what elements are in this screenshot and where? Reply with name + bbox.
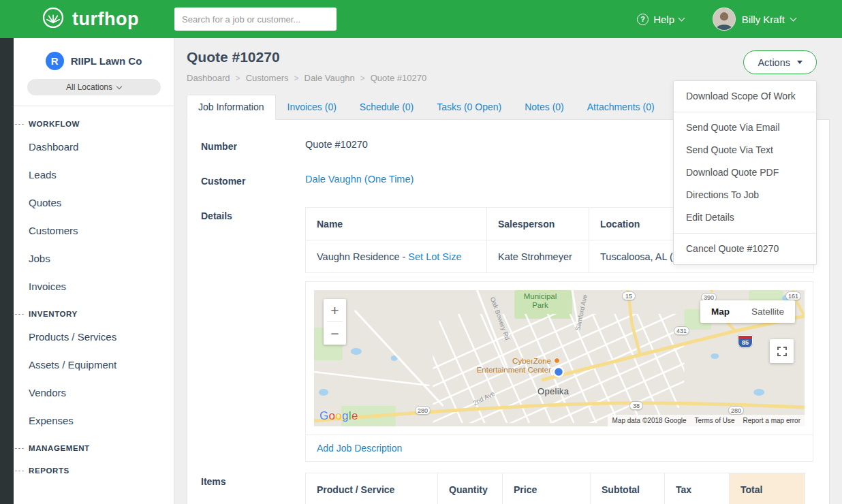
avatar [713, 7, 736, 31]
section-label: WORKFLOW [29, 120, 80, 128]
add-job-description-link[interactable]: Add Job Description [317, 443, 402, 454]
menu-item-download-quote-pdf[interactable]: Download Quote PDF [674, 161, 816, 184]
caret-down-icon [797, 61, 802, 64]
tree-dash-icon [15, 124, 24, 125]
details-cell-salesperson: Kate Strohmeyer [487, 240, 589, 273]
sidebar: R RIIPL Lawn Co All Locations WORKFLOW D… [0, 38, 174, 504]
chevron-down-icon [679, 14, 685, 21]
user-menu[interactable]: Billy Kraft [713, 0, 796, 38]
sidebar-section-management[interactable]: MANAGEMENT [14, 435, 174, 457]
items-header-tax: Tax [665, 473, 730, 504]
brand-name: turfhop [72, 9, 139, 30]
help-menu[interactable]: ? Help [637, 0, 684, 38]
breadcrumb-separator: > [236, 74, 240, 83]
satellite-view-button[interactable]: Satellite [740, 300, 795, 323]
tab-attachments[interactable]: Attachments (0) [576, 95, 666, 120]
menu-divider [674, 112, 816, 112]
customer-type-link[interactable]: (One Time) [364, 174, 414, 185]
menu-item-download-scope-of-work[interactable]: Download Scope Of Work [674, 85, 816, 108]
items-table: Product / Service Quantity Price Subtota… [305, 473, 805, 504]
items-header-quantity: Quantity [438, 473, 503, 504]
route-shield-280: 280 [728, 406, 744, 415]
sidebar-item-products-services[interactable]: Products / Services [14, 323, 174, 351]
route-shield-280: 280 [415, 406, 431, 415]
chevron-down-icon [790, 14, 797, 21]
breadcrumb-dashboard[interactable]: Dashboard [187, 73, 230, 83]
details-header-salesperson: Salesperson [487, 208, 589, 240]
breadcrumb-customers[interactable]: Customers [246, 73, 289, 83]
tab-job-information[interactable]: Job Information [187, 95, 276, 120]
tree-dash-icon [15, 448, 24, 449]
menu-item-send-quote-via-email[interactable]: Send Quote Via Email [674, 116, 816, 139]
route-shield-161: 161 [785, 292, 801, 300]
menu-item-edit-details[interactable]: Edit Details [674, 206, 816, 229]
google-map[interactable]: Municipal Park CyberZone Entertainment C… [314, 290, 805, 426]
sidebar-item-quotes[interactable]: Quotes [14, 189, 174, 217]
page-title: Quote #10270 [187, 38, 830, 65]
actions-button-label: Actions [758, 57, 790, 68]
user-name: Billy Kraft [742, 14, 785, 25]
top-bar: turfhop ? Help Billy Kraft [0, 0, 842, 38]
sidebar-item-invoices[interactable]: Invoices [14, 272, 174, 300]
turfhop-logo-icon [41, 5, 65, 33]
breadcrumb-separator: > [294, 74, 298, 83]
zoom-in-button[interactable]: + [324, 299, 346, 321]
chevron-down-icon [116, 84, 122, 89]
sidebar-nav: WORKFLOW Dashboard Leads Quotes Customer… [14, 106, 174, 479]
menu-item-send-quote-via-text[interactable]: Send Quote Via Text [674, 139, 816, 161]
sidebar-item-jobs[interactable]: Jobs [14, 245, 174, 272]
menu-item-cancel-quote[interactable]: Cancel Quote #10270 [674, 238, 816, 260]
breadcrumb-separator: > [360, 74, 365, 83]
report-map-error-link[interactable]: Report a map error [743, 417, 800, 424]
poi-pin-icon [554, 358, 560, 364]
sidebar-item-expenses[interactable]: Expenses [14, 407, 174, 435]
map-container: Municipal Park CyberZone Entertainment C… [305, 281, 813, 462]
terms-of-use-link[interactable]: Terms of Use [695, 417, 735, 424]
help-icon: ? [637, 14, 649, 25]
locations-dropdown[interactable]: All Locations [27, 79, 161, 95]
tab-tasks[interactable]: Tasks (0 Open) [425, 95, 513, 120]
tab-notes[interactable]: Notes (0) [513, 95, 576, 120]
fullscreen-icon [777, 347, 787, 356]
breadcrumb-customer-name[interactable]: Dale Vaughn [305, 73, 355, 83]
tree-dash-icon [15, 314, 24, 315]
main-content: Quote #10270 Dashboard > Customers > Dal… [174, 38, 842, 504]
sidebar-item-dashboard[interactable]: Dashboard [14, 133, 174, 161]
sidebar-item-vendors[interactable]: Vendors [14, 379, 174, 407]
map-marker [554, 367, 563, 377]
company-name: RIIPL Lawn Co [71, 55, 142, 67]
help-label: Help [653, 14, 674, 25]
tab-invoices[interactable]: Invoices (0) [276, 95, 348, 120]
map-view-button[interactable]: Map [700, 300, 740, 323]
items-label: Items [201, 473, 305, 504]
sidebar-item-customers[interactable]: Customers [14, 217, 174, 245]
tab-schedule[interactable]: Schedule (0) [348, 95, 425, 120]
map-attribution: Map data ©2018 Google Terms of Use Repor… [608, 415, 805, 426]
sidebar-item-leads[interactable]: Leads [14, 161, 174, 189]
menu-item-directions-to-job[interactable]: Directions To Job [674, 184, 816, 206]
details-cell-name: Vaughn Residence - Set Lot Size [306, 240, 487, 273]
menu-divider [674, 233, 816, 234]
sidebar-edge-strip [0, 38, 14, 504]
zoom-out-button[interactable]: − [324, 322, 346, 345]
sidebar-item-assets-equipment[interactable]: Assets / Equipment [14, 351, 174, 379]
number-label: Number [201, 138, 305, 153]
map-data-credit: Map data ©2018 Google [612, 417, 686, 424]
set-lot-size-link[interactable]: Set Lot Size [408, 251, 461, 262]
residence-name: Vaughn Residence - [317, 251, 408, 262]
brand-logo[interactable]: turfhop [41, 0, 139, 38]
number-value: Quote #10270 [305, 138, 368, 153]
company-logo-icon: R [46, 52, 64, 70]
sidebar-section-reports[interactable]: REPORTS [14, 457, 174, 479]
map-type-control: Map Satellite [700, 300, 795, 323]
search-input[interactable] [174, 7, 337, 31]
details-label: Details [201, 207, 305, 462]
items-header-product-service: Product / Service [306, 473, 438, 504]
fullscreen-button[interactable] [770, 339, 794, 363]
actions-button[interactable]: Actions [743, 50, 817, 74]
route-shield-431: 431 [674, 326, 689, 335]
customer-name-link[interactable]: Dale Vaughn [305, 174, 362, 185]
route-shield-38: 38 [629, 401, 643, 410]
map-zoom-control: + − [324, 299, 346, 345]
google-logo[interactable]: Google [319, 409, 358, 423]
